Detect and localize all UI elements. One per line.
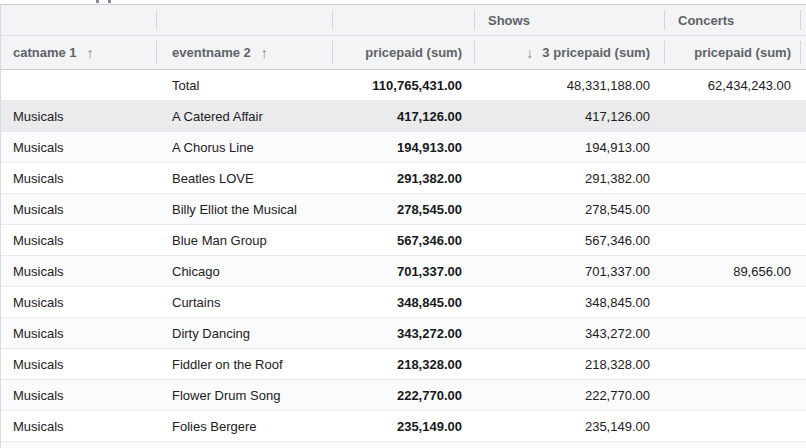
table-row[interactable]: Musicals Blue Man Group 567,346.00 567,3… [1, 225, 806, 256]
cell-pricepaid-shows: 278,545.00 [475, 194, 665, 224]
cell-pricepaid-total: 194,913.00 [333, 132, 475, 162]
column-header-pricepaid-shows[interactable]: ↓ 3 pricepaid (sum) [475, 36, 665, 69]
column-header-pricepaid-concerts[interactable]: pricepaid (sum) [665, 36, 801, 69]
cell-eventname: Curtains [157, 287, 333, 317]
table-row[interactable]: Musicals Folies Bergere 235,149.00 235,1… [1, 411, 806, 442]
table-row[interactable]: Musicals A Catered Affair 417,126.00 417… [1, 101, 806, 132]
table-row[interactable]: Total 110,765,431.00 48,331,188.00 62,43… [1, 70, 806, 101]
cell-pricepaid-shows: 291,382.00 [475, 163, 665, 193]
cell-pricepaid-concerts [665, 194, 801, 224]
cell-pricepaid-concerts [665, 411, 801, 441]
cell-overflow [801, 225, 806, 255]
cell-pricepaid-concerts [665, 101, 801, 131]
group-header-spacer-catname [1, 5, 157, 35]
cell-eventname: Flower Drum Song [157, 380, 333, 410]
sort-asc-icon[interactable]: ↑ [261, 45, 268, 61]
cell-eventname: A Chorus Line [157, 132, 333, 162]
cell-pricepaid-shows: 48,331,188.00 [475, 70, 665, 100]
clipped-text-remnant [96, 0, 99, 3]
cell-overflow [801, 163, 806, 193]
cell-eventname: Total [157, 70, 333, 100]
cell-pricepaid-concerts [665, 132, 801, 162]
cell-overflow [801, 318, 806, 348]
cell-pricepaid-concerts: 62,434,243.00 [665, 70, 801, 100]
cell-overflow [801, 349, 806, 379]
column-header-label: eventname 2 [172, 45, 251, 60]
table-row[interactable]: Musicals Curtains 348,845.00 348,845.00 [1, 287, 806, 318]
cell-pricepaid-shows: 348,845.00 [475, 287, 665, 317]
table-row[interactable]: Musicals Dirty Dancing 343,272.00 343,27… [1, 318, 806, 349]
cell-catname: Musicals [1, 256, 157, 286]
cell-pricepaid-total: 701,337.00 [333, 256, 475, 286]
cell-pricepaid-total: 348,845.00 [333, 287, 475, 317]
table-body: Total 110,765,431.00 48,331,188.00 62,43… [1, 70, 806, 448]
cell-pricepaid-shows: 222,770.00 [475, 380, 665, 410]
cell-pricepaid-total: 343,272.00 [333, 318, 475, 348]
cell-catname: Musicals [1, 163, 157, 193]
table-row[interactable]: Musicals Fiddler on the Roof 218,328.00 … [1, 349, 806, 380]
table-row[interactable]: Musicals A Chorus Line 194,913.00 194,91… [1, 132, 806, 163]
cell-catname: Musicals [1, 287, 157, 317]
cell-overflow [801, 101, 806, 131]
cell-pricepaid-total: 417,126.00 [333, 101, 475, 131]
cell-overflow [801, 287, 806, 317]
table-row[interactable]: Musicals Beatles LOVE 291,382.00 291,382… [1, 163, 806, 194]
group-header-overflow [801, 5, 806, 35]
cell-catname: Musicals [1, 101, 157, 131]
group-header-row: Shows Concerts [1, 5, 806, 36]
cell-pricepaid-shows: 218,328.00 [475, 349, 665, 379]
group-header-spacer-eventname [157, 5, 333, 35]
table-row[interactable]: Musicals Chicago 701,337.00 701,337.00 8… [1, 256, 806, 287]
column-header-label: pricepaid (sum) [365, 45, 462, 60]
cell-pricepaid-concerts: 89,656.00 [665, 256, 801, 286]
table-row[interactable]: Musicals Billy Elliot the Musical 278,54… [1, 194, 806, 225]
cell-pricepaid-total: 110,765,431.00 [333, 70, 475, 100]
sort-desc-icon[interactable]: ↓ [526, 45, 533, 61]
column-header-label: catname 1 [13, 45, 77, 60]
cell-catname: Musicals [1, 318, 157, 348]
cell-overflow [801, 411, 806, 441]
group-header-concerts: Concerts [665, 5, 801, 35]
pivot-table: Shows Concerts catname 1 ↑ eventname 2 ↑… [0, 4, 806, 448]
cell-overflow [801, 70, 806, 100]
group-header-spacer-total [333, 5, 475, 35]
cell-pricepaid-concerts [665, 225, 801, 255]
cell-pricepaid-shows: 235,149.00 [475, 411, 665, 441]
column-header-label: pricepaid (sum) [694, 45, 791, 60]
cell-overflow [801, 256, 806, 286]
cell-overflow [801, 132, 806, 162]
cell-catname [1, 70, 157, 100]
cell-pricepaid-total: 218,328.00 [333, 349, 475, 379]
cell-pricepaid-total: 222,770.00 [333, 380, 475, 410]
column-header-pricepaid-total[interactable]: pricepaid (sum) [333, 36, 475, 69]
cell-overflow [801, 194, 806, 224]
cell-pricepaid-concerts [665, 318, 801, 348]
table-row[interactable]: Musicals Flower Drum Song 222,770.00 222… [1, 380, 806, 411]
group-header-shows: Shows [475, 5, 665, 35]
cell-overflow [801, 380, 806, 410]
cell-eventname: Chicago [157, 256, 333, 286]
cell-pricepaid-concerts [665, 380, 801, 410]
cell-pricepaid-shows: 567,346.00 [475, 225, 665, 255]
column-header-eventname[interactable]: eventname 2 ↑ [157, 36, 333, 69]
column-header-overflow [801, 36, 806, 69]
cell-pricepaid-total: 291,382.00 [333, 163, 475, 193]
cell-pricepaid-concerts [665, 287, 801, 317]
cell-eventname: Billy Elliot the Musical [157, 194, 333, 224]
column-header-label: 3 pricepaid (sum) [542, 45, 650, 60]
cell-pricepaid-shows: 701,337.00 [475, 256, 665, 286]
cell-eventname: Folies Bergere [157, 411, 333, 441]
cell-eventname: Dirty Dancing [157, 318, 333, 348]
cell-catname: Musicals [1, 411, 157, 441]
group-label-concerts: Concerts [678, 13, 734, 28]
column-header-catname[interactable]: catname 1 ↑ [1, 36, 157, 69]
sort-asc-icon[interactable]: ↑ [87, 45, 94, 61]
group-label-shows: Shows [488, 13, 530, 28]
report-canvas: Shows Concerts catname 1 ↑ eventname 2 ↑… [0, 0, 806, 448]
cell-catname: Musicals [1, 132, 157, 162]
cell-pricepaid-concerts [665, 349, 801, 379]
cell-pricepaid-shows: 343,272.00 [475, 318, 665, 348]
cell-catname: Musicals [1, 225, 157, 255]
cell-pricepaid-shows: 194,913.00 [475, 132, 665, 162]
cell-pricepaid-shows: 417,126.00 [475, 101, 665, 131]
